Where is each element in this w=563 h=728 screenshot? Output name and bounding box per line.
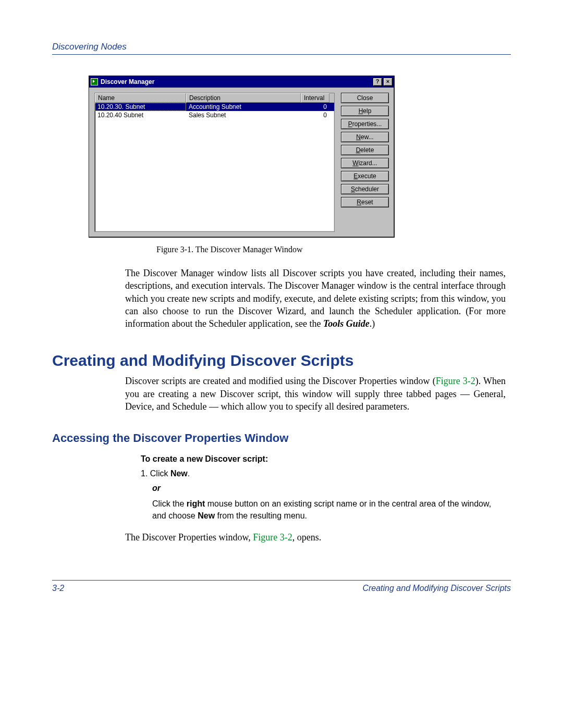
col-header-name[interactable]: Name	[95, 93, 186, 103]
step-alt: Click the right mouse button on an exist…	[152, 498, 506, 522]
alt-bold2: New	[198, 511, 215, 520]
new-button[interactable]: New...	[341, 132, 389, 142]
footer-page-number: 3-2	[52, 584, 64, 593]
paragraph-discover-manager: The Discover Manager window lists all Di…	[125, 267, 506, 330]
figure-3-1: Discover Manager ? × Name Description In…	[89, 76, 511, 254]
titlebar-close-icon[interactable]: ×	[383, 78, 393, 86]
step1-a: 1. Click	[141, 469, 170, 478]
reset-button[interactable]: Reset	[341, 197, 389, 207]
tools-guide-ref: Tools Guide	[323, 318, 370, 329]
para1-text-b: .)	[370, 318, 375, 329]
figure-3-2-ref-2[interactable]: Figure 3-2	[253, 532, 292, 542]
paragraph-discover-scripts: Discover scripts are created and modifie…	[125, 375, 506, 413]
footer-section-title: Creating and Modifying Discover Scripts	[362, 584, 511, 593]
titlebar: Discover Manager ? ×	[89, 76, 394, 88]
closing-b: , opens.	[292, 532, 322, 542]
section-heading-creating-modifying: Creating and Modifying Discover Scripts	[52, 352, 511, 369]
col-header-interval[interactable]: Interval	[301, 93, 329, 103]
delete-button[interactable]: Delete	[341, 145, 389, 155]
window-title: Discover Manager	[101, 78, 373, 85]
step1-b: .	[188, 469, 190, 478]
step-or: or	[152, 484, 506, 493]
close-button[interactable]: Close	[341, 93, 389, 103]
header-section-title: Discovering Nodes	[52, 42, 127, 52]
cell-name: 10.20.30. Subnet	[95, 103, 186, 111]
cell-description: Accounting Subnet	[186, 103, 301, 111]
alt-bold1: right	[187, 499, 205, 508]
col-header-description[interactable]: Description	[186, 93, 301, 103]
scripts-listview[interactable]: Name Description Interval 10.20.30. Subn…	[94, 93, 335, 232]
app-icon	[91, 78, 98, 85]
step1-bold: New	[170, 469, 188, 478]
para2-text-a: Discover scripts are created and modifie…	[125, 376, 436, 386]
closing-a: The Discover Properties window,	[125, 532, 253, 542]
list-row[interactable]: 10.20.40 Subnet Sales Subnet 0	[95, 111, 334, 119]
step-block: 1. Click New. or Click the right mouse b…	[141, 469, 506, 522]
cell-name: 10.20.40 Subnet	[95, 111, 186, 119]
page-footer: 3-2 Creating and Modifying Discover Scri…	[52, 580, 511, 593]
button-column: Close Help Properties... New... Delete W…	[341, 93, 389, 232]
cell-interval: 0	[301, 103, 329, 111]
discover-manager-window: Discover Manager ? × Name Description In…	[89, 76, 395, 238]
alt-a: Click the	[152, 499, 187, 508]
para1-text-a: The Discover Manager window lists all Di…	[125, 268, 506, 329]
figure-3-2-ref[interactable]: Figure 3-2	[436, 376, 475, 386]
page-header: Discovering Nodes	[52, 42, 511, 55]
instruction-heading: To create a new Discover script:	[141, 454, 506, 464]
execute-button[interactable]: Execute	[341, 171, 389, 181]
properties-button[interactable]: Properties...	[341, 119, 389, 129]
header-rule	[52, 54, 511, 55]
closing-sentence: The Discover Properties window, Figure 3…	[125, 531, 506, 544]
alt-c: from the resulting menu.	[215, 511, 307, 520]
help-button[interactable]: Help	[341, 106, 389, 116]
listview-header: Name Description Interval	[95, 93, 334, 103]
step-1: 1. Click New.	[141, 469, 506, 478]
titlebar-help-icon[interactable]: ?	[373, 78, 382, 86]
list-row[interactable]: 10.20.30. Subnet Accounting Subnet 0	[95, 103, 334, 111]
figure-caption: Figure 3-1. The Discover Manager Window	[156, 245, 511, 254]
subsection-heading-accessing: Accessing the Discover Properties Window	[52, 431, 511, 445]
wizard-button[interactable]: Wizard...	[341, 158, 389, 168]
cell-interval: 0	[301, 111, 329, 119]
cell-description: Sales Subnet	[186, 111, 301, 119]
scheduler-button[interactable]: Scheduler	[341, 184, 389, 194]
